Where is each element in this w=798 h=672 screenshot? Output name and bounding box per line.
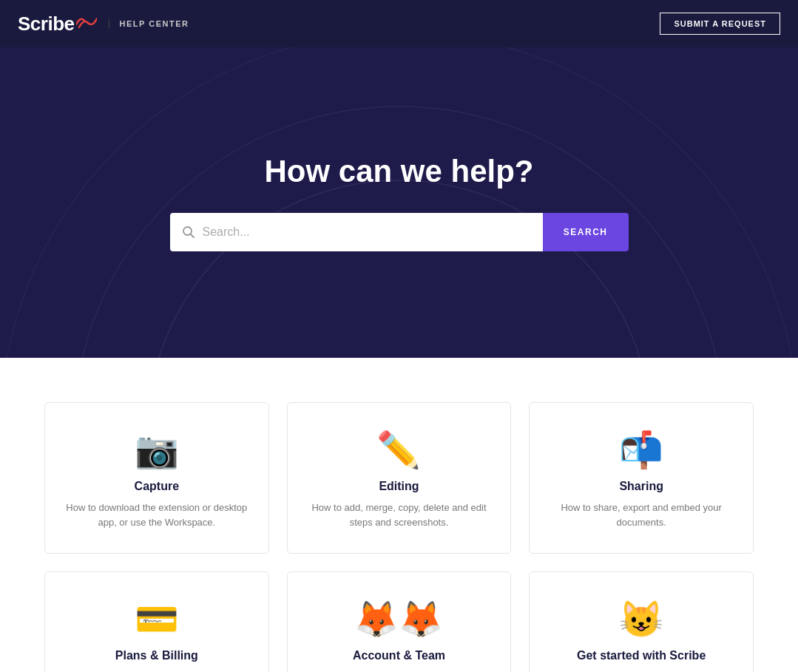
card-icon: 📷 [135,432,179,468]
topic-card[interactable]: ✏️ Editing How to add, merge, copy, dele… [287,402,512,554]
topic-card[interactable]: 📷 Capture How to download the extension … [44,402,269,554]
search-input-wrap [170,213,543,251]
card-title: Get started with Scribe [577,649,706,662]
cards-grid: 📷 Capture How to download the extension … [44,402,754,672]
card-icon: 😺 [619,602,663,637]
card-icon: 💳 [135,602,179,637]
search-icon [182,225,195,239]
search-row: SEARCH [170,213,629,251]
svg-point-0 [148,180,651,358]
topic-card[interactable]: 🦊🦊 Account & Team How to invite teammate… [287,571,512,672]
topic-card[interactable]: 😺 Get started with Scribe How to use the… [529,571,754,672]
card-title: Account & Team [353,649,445,662]
hero-decoration [0,47,798,358]
svg-point-2 [0,47,798,358]
card-icon: ✏️ [376,432,421,468]
header-left: Scribe HELP CENTER [18,13,189,35]
card-description: How to download the extension or desktop… [63,500,251,529]
card-icon: 🦊🦊 [354,602,443,637]
card-title: Editing [379,480,419,493]
card-title: Plans & Billing [115,649,198,662]
topic-card[interactable]: 📬 Sharing How to share, export and embed… [529,402,754,554]
card-title: Sharing [619,480,663,493]
cards-section: 📷 Capture How to download the extension … [0,358,798,672]
card-description: How to add, merge, copy, delete and edit… [305,500,493,529]
card-description: How to share, export and embed your docu… [547,500,735,529]
hero-section: How can we help? SEARCH [0,47,798,358]
svg-line-4 [190,234,194,238]
hero-title: How can we help? [264,154,533,189]
help-center-label: HELP CENTER [109,19,189,28]
logo-icon [76,13,97,26]
search-button[interactable]: SEARCH [543,213,629,251]
search-input[interactable] [203,225,531,239]
card-title: Capture [135,480,179,493]
card-icon: 📬 [619,432,663,468]
header: Scribe HELP CENTER SUBMIT A REQUEST [0,0,798,47]
submit-request-button[interactable]: SUBMIT A REQUEST [660,13,780,35]
logo-text: Scribe [18,13,97,35]
topic-card[interactable]: 💳 Plans & Billing How to upgrade plans, … [44,571,269,672]
